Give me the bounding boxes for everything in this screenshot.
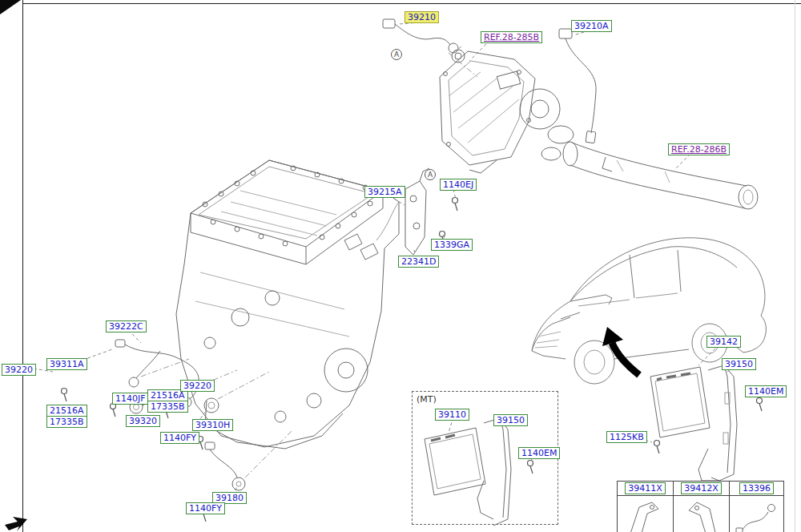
mt-group-label: (MT) [417, 394, 437, 405]
part-label-1339ga[interactable]: 1339GA [431, 239, 473, 251]
part-label-17335b[interactable]: 17335B [147, 401, 188, 413]
part-label-39210[interactable]: 39210 [405, 11, 439, 23]
part-label-39220[interactable]: 39220 [180, 380, 215, 392]
part-label-39411x[interactable]: 39411X [625, 482, 666, 494]
part-label-39150[interactable]: 39150 [493, 414, 528, 426]
part-label-39150[interactable]: 39150 [722, 358, 756, 370]
callout-a: A [425, 169, 436, 180]
part-label-17335b[interactable]: 17335B [46, 416, 87, 428]
part-label-ref.28-285b[interactable]: REF.28-285B [481, 31, 542, 43]
bracket-39411x-art [622, 496, 670, 532]
part-label-39311a[interactable]: 39311A [46, 358, 87, 370]
part-label-1140jf[interactable]: 1140JF [112, 393, 149, 405]
turbo-illustration [440, 51, 574, 173]
bracket-39412x-art [678, 496, 726, 532]
part-label-21516a[interactable]: 21516A [46, 405, 87, 417]
ecu-illustration [650, 365, 737, 481]
engine-illustration [176, 160, 399, 449]
sub-parts-table: 39411X 39412X 13396 [617, 481, 784, 532]
wire-13396-art [733, 496, 781, 532]
table-image-39412x [674, 496, 730, 532]
part-label-39142[interactable]: 39142 [706, 336, 741, 348]
part-label-1140ej[interactable]: 1140EJ [440, 179, 477, 191]
table-header-39411x: 39411X [618, 482, 674, 496]
mounting-bracket-illustration [405, 168, 429, 255]
part-label-39412x[interactable]: 39412X [681, 482, 722, 494]
part-label-1140fy[interactable]: 1140FY [186, 502, 225, 514]
part-label-1140em[interactable]: 1140EM [745, 385, 787, 397]
part-label-39110[interactable]: 39110 [435, 409, 469, 421]
table-header-39412x: 39412X [674, 482, 730, 496]
part-label-39220[interactable]: 39220 [2, 364, 36, 376]
part-label-39320[interactable]: 39320 [126, 415, 160, 427]
table-header-13396: 13396 [730, 482, 783, 496]
parts-diagram-canvas: (MT) 39210REF.28-285B39210AREF.28-286B39… [0, 0, 801, 532]
leader-lines [34, 22, 759, 514]
part-label-1125kb[interactable]: 1125KB [606, 431, 647, 443]
part-label-ref.28-286b[interactable]: REF.28-286B [668, 143, 730, 155]
table-image-13396 [730, 496, 783, 532]
part-label-22341d[interactable]: 22341D [398, 256, 439, 268]
ecu-location-arrow [602, 327, 639, 375]
part-label-39310h[interactable]: 39310H [192, 419, 233, 431]
part-label-39215a[interactable]: 39215A [364, 186, 405, 198]
part-label-13396[interactable]: 13396 [739, 482, 774, 494]
table-image-39411x [618, 496, 674, 532]
part-label-1140fy[interactable]: 1140FY [160, 432, 199, 444]
part-label-39210a[interactable]: 39210A [571, 20, 612, 32]
callout-a: A [391, 49, 402, 60]
fr-arrow [5, 517, 27, 531]
part-label-39222c[interactable]: 39222C [106, 320, 147, 332]
part-label-1140em[interactable]: 1140EM [518, 447, 560, 459]
